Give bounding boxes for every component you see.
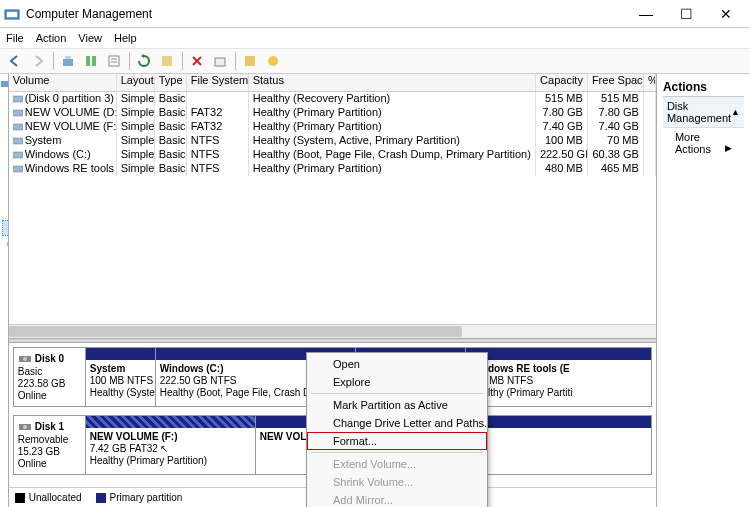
col-pctfree[interactable]: %	[644, 74, 656, 91]
volume-row[interactable]: Windows RE tools (E:)SimpleBasicNTFSHeal…	[9, 162, 656, 176]
app-icon	[4, 6, 20, 22]
titlebar: Computer Management — ☐ ✕	[0, 0, 750, 28]
partition[interactable]: NEW VOLUME (F:)7.42 GB FAT32↖Healthy (Pr…	[86, 416, 256, 474]
chevron-right-icon: ▶	[725, 143, 732, 153]
volume-row[interactable]: (Disk 0 partition 3)SimpleBasicHealthy (…	[9, 92, 656, 106]
svg-rect-29	[13, 96, 23, 102]
menu-view[interactable]: View	[78, 32, 102, 44]
menu-item-shrink-volume: Shrink Volume...	[307, 473, 487, 491]
menu-file[interactable]: File	[6, 32, 24, 44]
volume-row[interactable]: NEW VOLUME (D:)SimpleBasicFAT32Healthy (…	[9, 106, 656, 120]
col-status[interactable]: Status	[249, 74, 536, 91]
col-freespace[interactable]: Free Space	[588, 74, 644, 91]
disk-icon	[18, 420, 32, 434]
refresh-button[interactable]	[133, 50, 155, 72]
toolbar	[0, 48, 750, 74]
svg-rect-5	[92, 56, 96, 66]
svg-point-38	[23, 425, 27, 429]
up-button[interactable]	[57, 50, 79, 72]
minimize-button[interactable]: —	[626, 2, 666, 26]
scrollbar-thumb[interactable]	[9, 326, 462, 337]
context-menu[interactable]: OpenExploreMark Partition as ActiveChang…	[306, 352, 488, 507]
forward-button[interactable]	[27, 50, 49, 72]
volume-list[interactable]: (Disk 0 partition 3)SimpleBasicHealthy (…	[9, 92, 656, 176]
svg-rect-6	[109, 56, 119, 66]
swatch-unallocated	[15, 493, 25, 503]
menu-item-explore[interactable]: Explore	[307, 373, 487, 391]
svg-rect-4	[86, 56, 90, 66]
svg-rect-31	[13, 124, 23, 130]
actions-header: Actions	[663, 78, 744, 97]
swatch-primary	[96, 493, 106, 503]
back-button[interactable]	[4, 50, 26, 72]
tool-btn-2[interactable]	[80, 50, 102, 72]
disk-label: Disk 0	[35, 353, 64, 364]
volume-icon	[13, 108, 24, 119]
menu-item-change-drive-letter-and-paths[interactable]: Change Drive Letter and Paths...	[307, 414, 487, 432]
svg-rect-30	[13, 110, 23, 116]
legend-primary: Primary partition	[110, 492, 183, 503]
close-button[interactable]: ✕	[706, 2, 746, 26]
tool-btn-7[interactable]	[209, 50, 231, 72]
properties-button[interactable]	[103, 50, 125, 72]
svg-rect-9	[162, 56, 172, 66]
tool-btn-5[interactable]	[156, 50, 178, 72]
delete-button[interactable]	[186, 50, 208, 72]
volume-icon	[13, 164, 24, 175]
svg-rect-33	[13, 152, 23, 158]
svg-point-14	[268, 56, 278, 66]
menu-item-format[interactable]: Format...	[307, 432, 487, 450]
volume-icon	[13, 136, 24, 147]
partition[interactable]: System100 MB NTFSHealthy (System	[86, 348, 156, 406]
col-filesystem[interactable]: File System	[187, 74, 249, 91]
menu-item-mark-partition-as-active[interactable]: Mark Partition as Active	[307, 396, 487, 414]
tool-btn-8[interactable]	[239, 50, 261, 72]
svg-rect-3	[65, 56, 71, 59]
col-capacity[interactable]: Capacity	[536, 74, 588, 91]
menu-separator	[311, 393, 483, 394]
svg-rect-13	[245, 56, 255, 66]
volume-icon	[13, 94, 24, 105]
volume-row[interactable]: NEW VOLUME (F:)SimpleBasicFAT32Healthy (…	[9, 120, 656, 134]
svg-rect-12	[215, 58, 225, 66]
window-title: Computer Management	[26, 7, 626, 21]
svg-rect-34	[13, 166, 23, 172]
help-button[interactable]	[262, 50, 284, 72]
menu-action[interactable]: Action	[36, 32, 67, 44]
navigation-tree[interactable]: Computer Management (Lo ⌄System Tools ›T…	[0, 74, 9, 507]
collapse-icon[interactable]: ▲	[731, 107, 740, 117]
partition-bar	[466, 348, 651, 360]
svg-rect-32	[13, 138, 23, 144]
svg-point-36	[23, 357, 27, 361]
partition[interactable]: Windows RE tools (E480 MB NTFSHealthy (P…	[466, 348, 651, 406]
col-layout[interactable]: Layout	[117, 74, 155, 91]
volume-row[interactable]: SystemSimpleBasicNTFSHealthy (System, Ac…	[9, 134, 656, 148]
legend-unallocated: Unallocated	[29, 492, 82, 503]
maximize-button[interactable]: ☐	[666, 2, 706, 26]
partition-bar	[86, 348, 155, 360]
actions-more[interactable]: More Actions▶	[663, 128, 744, 158]
svg-rect-2	[63, 59, 73, 66]
computer-icon	[0, 77, 9, 91]
cursor-icon: ↖	[160, 443, 168, 454]
menu-separator	[311, 452, 483, 453]
svg-rect-15	[1, 81, 9, 87]
col-volume[interactable]: Volume	[9, 74, 117, 91]
disk-label: Disk 1	[35, 421, 64, 432]
actions-group[interactable]: Disk Management▲	[663, 97, 744, 128]
col-type[interactable]: Type	[155, 74, 187, 91]
volume-icon	[13, 122, 24, 133]
menubar: File Action View Help	[0, 28, 750, 48]
menu-help[interactable]: Help	[114, 32, 137, 44]
menu-item-open[interactable]: Open	[307, 355, 487, 373]
menu-item-extend-volume: Extend Volume...	[307, 455, 487, 473]
volume-icon	[13, 150, 24, 161]
menu-item-add-mirror: Add Mirror...	[307, 491, 487, 507]
volume-row[interactable]: Windows (C:)SimpleBasicNTFSHealthy (Boot…	[9, 148, 656, 162]
actions-pane: Actions Disk Management▲ More Actions▶	[657, 74, 750, 507]
svg-rect-1	[7, 12, 17, 17]
partition-bar	[86, 416, 255, 428]
horizontal-scrollbar[interactable]	[9, 324, 656, 338]
volume-list-header[interactable]: Volume Layout Type File System Status Ca…	[9, 74, 656, 92]
disk-icon	[18, 352, 32, 366]
